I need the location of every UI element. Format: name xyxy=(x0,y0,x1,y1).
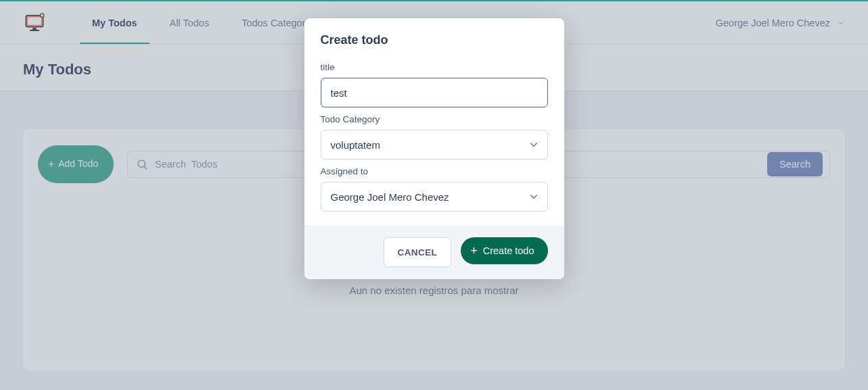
create-todo-modal: Create todo title Todo Category voluptat… xyxy=(304,18,564,279)
assigned-label: Assigned to xyxy=(321,166,548,176)
create-label: Create todo xyxy=(483,245,534,256)
modal-title: Create todo xyxy=(321,33,548,47)
modal-form: title Todo Category voluptatem Assigned … xyxy=(304,53,564,225)
cancel-label: CANCEL xyxy=(398,247,438,258)
field-category: Todo Category voluptatem xyxy=(321,114,548,160)
modal-footer: CANCEL + Create todo xyxy=(304,225,564,279)
category-value: voluptatem xyxy=(331,139,380,151)
cancel-button[interactable]: CANCEL xyxy=(384,237,452,267)
assigned-select[interactable]: George Joel Mero Chevez xyxy=(321,182,548,212)
title-input[interactable] xyxy=(321,78,548,107)
create-todo-button[interactable]: + Create todo xyxy=(461,237,547,264)
field-title: title xyxy=(321,62,548,107)
plus-icon: + xyxy=(470,245,478,257)
category-label: Todo Category xyxy=(321,114,548,124)
field-assigned: Assigned to George Joel Mero Chevez xyxy=(321,166,548,212)
category-select[interactable]: voluptatem xyxy=(321,130,548,160)
title-label: title xyxy=(321,62,548,72)
assigned-value: George Joel Mero Chevez xyxy=(331,191,449,203)
modal-header: Create todo xyxy=(304,18,564,53)
